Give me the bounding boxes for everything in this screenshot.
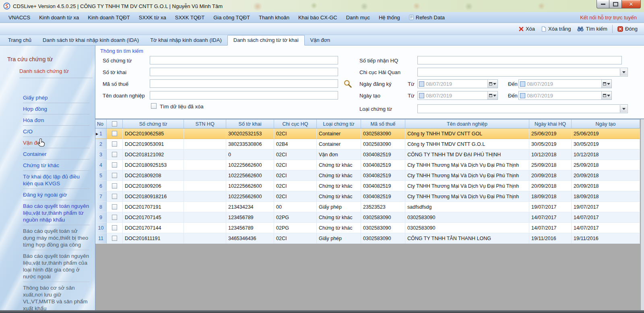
menu-item[interactable]: Khai báo CX-GC	[294, 15, 342, 21]
row-checkbox-cell[interactable]	[107, 129, 123, 139]
sidebar-link[interactable]: Chứng từ khác	[23, 160, 90, 171]
row-checkbox[interactable]	[112, 131, 117, 136]
row-checkbox[interactable]	[112, 194, 117, 199]
row-checkbox[interactable]	[112, 225, 117, 230]
chi-cuc-hai-quan-select[interactable]	[417, 68, 628, 77]
ngay-tao-den-date[interactable]: 08/07/2019	[518, 91, 612, 100]
sidebar-link[interactable]: Hóa đơn	[23, 114, 90, 126]
row-checkbox-cell[interactable]	[107, 233, 123, 244]
column-header[interactable]: Ngày tạo	[572, 120, 640, 128]
menu-item[interactable]: Kinh doanh TQĐT	[83, 15, 134, 21]
column-header[interactable]: Ngày khai HQ	[529, 120, 572, 128]
column-header[interactable]: Loại chứng từ	[317, 120, 361, 128]
sidebar-subtitle[interactable]: Danh sách chứng từ	[19, 68, 69, 74]
table-row[interactable]: 6DOC20180920610222566260002CIChứng từ kh…	[95, 181, 640, 191]
menu-item[interactable]: SXXK từ xa	[134, 15, 171, 21]
menu-item[interactable]: Danh mục	[342, 15, 374, 21]
deleted-data-checkbox[interactable]	[151, 103, 157, 109]
row-checkbox[interactable]	[112, 173, 117, 178]
column-header[interactable]: STN HQ	[184, 120, 226, 128]
dropdown-arrow-icon[interactable]	[620, 105, 627, 112]
table-row[interactable]: 8DOC20170719121343423400Giấy phép2352352…	[95, 202, 640, 212]
close-window-button[interactable]: ✕	[621, 0, 641, 8]
row-checkbox-cell[interactable]	[107, 191, 123, 202]
menu-item[interactable]: Gia công TQĐT	[209, 15, 254, 21]
minimize-button[interactable]	[597, 0, 609, 8]
sidebar-link[interactable]: Báo cáo quyết toán nguyên liệu,vật tư,th…	[23, 250, 90, 282]
ten-doanh-nghiep-input[interactable]	[150, 91, 338, 99]
menu-item[interactable]: Thanh khoản	[254, 15, 294, 21]
column-header[interactable]: Số tờ khai	[226, 120, 274, 128]
ma-so-thue-input[interactable]	[150, 79, 338, 88]
sidebar-link[interactable]: Vận đơn	[23, 137, 90, 148]
table-row[interactable]: 9DOC20170714512345678902PGChứng từ khác0…	[95, 212, 640, 223]
row-checkbox[interactable]	[112, 204, 117, 209]
delete-button[interactable]: Xóa	[516, 25, 538, 33]
so-chung-tu-input[interactable]	[150, 56, 338, 64]
calendar-dropdown-icon[interactable]	[601, 80, 611, 88]
sidebar-link[interactable]: Tờ khai độc lập đủ điều kiện qua KVGS	[23, 171, 90, 189]
menu-item[interactable]: Kinh doanh từ xa	[35, 15, 83, 21]
select-all-header[interactable]	[107, 120, 123, 128]
sidebar-link[interactable]: Giấy phép	[23, 92, 90, 103]
sidebar-link[interactable]: Đăng ký ngoài giờ	[23, 189, 90, 200]
table-row[interactable]: ▶1DOC201906258530020253215302CIContainer…	[95, 129, 640, 139]
row-checkbox-cell[interactable]	[107, 170, 123, 181]
table-row[interactable]: 4DOC2018092515310222566260002CIChứng từ …	[95, 160, 640, 170]
vertical-scrollbar[interactable]	[640, 119, 644, 310]
table-row[interactable]: 7DOC2018091821610222566260002CIChứng từ …	[95, 191, 640, 202]
ngay-dang-ky-tu-date[interactable]: 08/07/2019	[417, 79, 498, 88]
table-row[interactable]: 5DOC20180920810222566260002CIChứng từ kh…	[95, 170, 640, 181]
menu-item[interactable]: Refesh Data	[405, 15, 449, 21]
ngay-tao-tu-date[interactable]: 08/07/2019	[417, 91, 498, 100]
clear-button[interactable]: Xóa trắng	[538, 25, 574, 33]
ngay-dang-ky-den-date[interactable]: 08/07/2019	[518, 79, 612, 88]
row-checkbox-cell[interactable]	[107, 212, 123, 223]
row-checkbox-cell[interactable]	[107, 202, 123, 212]
sidebar-link[interactable]: Thông báo cơ sở sản xuất,nơi lưu giữ VL,…	[23, 282, 90, 310]
search-button[interactable]: Tìm kiếm	[574, 25, 610, 33]
table-row[interactable]: 3DOC2018121092002CIVận đơn0304082519CÔNG…	[95, 149, 640, 160]
row-checkbox-cell[interactable]	[107, 181, 123, 191]
select-all-checkbox[interactable]	[112, 121, 117, 126]
row-checkbox-cell[interactable]	[107, 223, 123, 233]
menu-item[interactable]: VNACCS	[4, 15, 35, 21]
table-row[interactable]: 10DOC20170714412345678902PGChứng từ khác…	[95, 223, 640, 233]
stn-hq-input[interactable]	[417, 56, 622, 64]
calendar-dropdown-icon[interactable]	[601, 91, 611, 99]
so-to-khai-input[interactable]	[150, 68, 338, 76]
row-checkbox-cell[interactable]	[107, 149, 123, 160]
row-checkbox[interactable]	[112, 141, 117, 147]
table-row[interactable]: 2DOC201905309138023353080602B4Container0…	[95, 139, 640, 149]
sidebar-link[interactable]: Báo cáo quyết toán sử dụng máy móc,thiết…	[23, 225, 90, 250]
tab[interactable]: Danh sách tờ khai nhập kinh doanh (IDA)	[37, 35, 144, 45]
column-header[interactable]: Tên doanh nghiệp	[405, 120, 529, 128]
sidebar-link[interactable]: Container	[23, 148, 90, 160]
tab[interactable]: Trang chủ	[2, 35, 37, 45]
calendar-dropdown-icon[interactable]	[487, 91, 497, 99]
table-row[interactable]: 11DOC201611191346534643602CIGiấy phép030…	[95, 233, 640, 244]
sidebar-link[interactable]: C/O	[23, 126, 90, 137]
sidebar-link[interactable]: Báo cáo quyết toán nguyên liệu,vật tư,th…	[23, 200, 90, 225]
column-header[interactable]: No	[95, 120, 107, 128]
tab[interactable]: Vận đơn	[305, 35, 336, 45]
row-checkbox[interactable]	[112, 183, 117, 189]
column-header[interactable]: Số chứng từ	[123, 120, 184, 128]
calendar-dropdown-icon[interactable]	[487, 80, 497, 88]
magnifier-icon[interactable]	[343, 79, 352, 88]
row-checkbox-cell[interactable]	[107, 160, 123, 170]
row-checkbox[interactable]	[112, 152, 117, 157]
tab[interactable]: Danh sách chứng từ tờ khai	[227, 35, 305, 46]
maximize-button[interactable]	[609, 0, 621, 8]
close-tab-button[interactable]: Đóng	[614, 25, 641, 33]
row-checkbox[interactable]	[112, 215, 117, 220]
column-header[interactable]: Chi cục HQ	[274, 120, 317, 128]
row-checkbox[interactable]	[112, 236, 117, 241]
row-checkbox-cell[interactable]	[107, 139, 123, 149]
dropdown-arrow-icon[interactable]	[620, 68, 627, 76]
menu-item[interactable]: SXXK TQĐT	[171, 15, 209, 21]
tab[interactable]: Tờ khai nhập kinh doanh (IDA)	[144, 35, 227, 45]
row-checkbox[interactable]	[112, 162, 117, 168]
sidebar-link[interactable]: Hợp đồng	[23, 103, 90, 114]
column-header[interactable]: Mã số thuế	[361, 120, 405, 128]
